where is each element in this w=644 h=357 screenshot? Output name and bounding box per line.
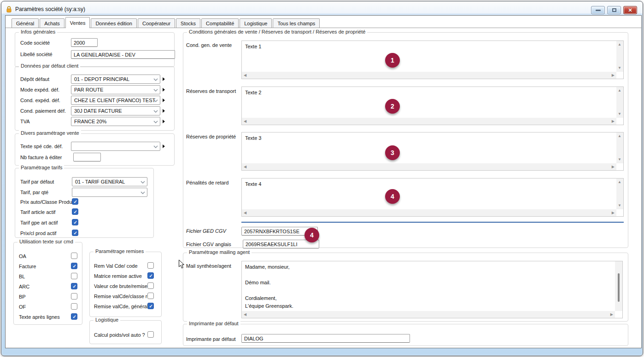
mode-exped-select[interactable]: PAR ROUTE [71, 85, 160, 94]
scroll-down-icon[interactable]: ▼ [618, 112, 621, 116]
prix-cl-prod-checkbox[interactable] [72, 230, 78, 236]
depot-defaut-select[interactable]: 01 - DEPOT PRINCIPAL [71, 75, 160, 84]
matrice-remise-checkbox[interactable] [147, 272, 154, 279]
tva-select[interactable]: FRANCE 20% [71, 117, 160, 126]
tarif-qte-label: Tarif, par qté [20, 190, 48, 195]
fichier-cgv-anglais-label: Fichier CGV anglais [186, 242, 231, 247]
cond-paiement-detail-arrow-icon[interactable] [163, 109, 165, 113]
tarif-gpe-checkbox[interactable] [72, 219, 78, 225]
tab-comptabilite[interactable]: Comptabilité [201, 18, 239, 28]
checkbox-label: Facture [19, 264, 36, 269]
scroll-right-icon[interactable]: ▶ [612, 165, 615, 169]
tab-logistique[interactable]: Logistique [240, 18, 272, 28]
vertical-scrollbar[interactable] [615, 261, 622, 311]
scroll-right-icon[interactable]: ▶ [612, 211, 615, 215]
horizontal-scrollbar[interactable]: ◀ ▶ [242, 72, 616, 79]
tva-detail-arrow-icon[interactable] [163, 120, 165, 123]
texte-spe-select[interactable] [71, 142, 160, 151]
arc-checkbox[interactable] [71, 283, 77, 289]
bp-checkbox[interactable] [71, 293, 77, 299]
scroll-left-icon[interactable]: ◀ [244, 165, 246, 169]
valeur-cde-brute-checkbox[interactable] [147, 282, 154, 289]
tarif-defaut-select[interactable]: 01 - TARIF GENERAL [72, 177, 147, 186]
cond-exped-select[interactable]: CHEZ LE CLIENT (FRANCO) TEST [71, 96, 160, 105]
tab-ventes[interactable]: Ventes [65, 17, 90, 28]
tarif-qte-select[interactable] [72, 188, 147, 197]
depot-defaut-detail-arrow-icon[interactable] [163, 77, 165, 81]
vertical-scrollbar[interactable]: ▲ ▼ [616, 178, 623, 209]
group-title: Utilisation texte sur cmd [18, 239, 75, 244]
tab-general[interactable]: Général [12, 18, 39, 28]
scroll-up-icon[interactable]: ▲ [618, 43, 621, 46]
vertical-scrollbar[interactable]: ▲ ▼ [616, 87, 623, 118]
scroll-down-icon[interactable]: ▼ [618, 66, 621, 70]
penalites-retard-textarea[interactable]: Texte 4 ▲ ▼ ◀ ▶ [241, 178, 624, 217]
scroll-right-icon[interactable]: ▶ [610, 313, 613, 317]
horizontal-scrollbar[interactable]: ◀ ▶ [242, 163, 616, 170]
facture-checkbox[interactable] [71, 263, 77, 269]
depot-defaut-label: Dépôt défaut [20, 76, 49, 82]
libelle-societe-input[interactable]: LA GENELARDAISE - DEV [71, 50, 175, 59]
cond-exped-detail-arrow-icon[interactable] [163, 98, 165, 102]
of-checkbox[interactable] [71, 303, 77, 310]
cond-gen-vente-textarea[interactable]: Texte 1 ▲ ▼ ◀ ▶ [241, 40, 624, 79]
scroll-up-icon[interactable]: ▲ [618, 134, 621, 138]
tva-value: FRANCE 20% [74, 119, 106, 124]
prix-auto-checkbox[interactable] [72, 198, 78, 205]
horizontal-scrollbar[interactable]: ◀ ▶ [242, 118, 616, 125]
tarif-article-checkbox[interactable] [72, 208, 78, 215]
checkbox-label: Remise valCde, général [94, 304, 148, 309]
tab-achats[interactable]: Achats [40, 18, 64, 28]
annotation-badge-3: 3 [385, 145, 400, 160]
rem-val-cde-checkbox[interactable] [147, 262, 154, 269]
tab-donnees-edition[interactable]: Données édition [91, 18, 137, 28]
mode-exped-detail-arrow-icon[interactable] [163, 88, 165, 92]
scroll-down-icon[interactable]: ▼ [618, 204, 621, 207]
oa-checkbox[interactable] [71, 253, 77, 259]
remise-valcde-classe-checkbox[interactable] [147, 293, 154, 299]
scroll-left-icon[interactable]: ◀ [244, 120, 246, 123]
scroll-right-icon[interactable]: ▶ [612, 120, 615, 123]
tab-stocks[interactable]: Stocks [176, 18, 200, 28]
code-societe-input[interactable]: 2000 [71, 38, 98, 47]
vertical-scrollbar[interactable]: ▲ ▼ [616, 41, 623, 72]
scroll-up-icon[interactable]: ▲ [618, 89, 621, 92]
minimize-button[interactable] [591, 6, 605, 14]
scroll-left-icon[interactable]: ◀ [244, 74, 246, 77]
nb-facture-input[interactable] [73, 153, 101, 161]
close-button[interactable]: ✕ [623, 6, 637, 14]
texte-spe-detail-arrow-icon[interactable] [163, 144, 165, 148]
imprimante-defaut-input[interactable]: DIALOG [241, 334, 410, 343]
reserves-transport-textarea[interactable]: Texte 2 ▲ ▼ ◀ ▶ [241, 86, 624, 125]
scroll-left-icon[interactable]: ◀ [244, 211, 246, 215]
reserves-propriete-textarea[interactable]: Texte 3 ▲ ▼ ◀ ▶ [241, 132, 624, 171]
mail-synthese-label: Mail synthèse/agent [186, 263, 231, 269]
vertical-scrollbar[interactable]: ▲ ▼ [616, 132, 623, 163]
mail-synthese-textarea[interactable]: Madame, monsieur, Démo mail. Cordialemen… [241, 261, 623, 318]
fichier-cgv-anglais-value: 2069RSEAEKSULF1LI [246, 242, 298, 247]
tva-label: TVA [20, 119, 30, 124]
calcul-poids-vol-checkbox[interactable] [147, 331, 154, 338]
checkbox-label: Prix/cl prod actif [20, 230, 56, 236]
scroll-up-icon[interactable]: ▲ [618, 180, 621, 184]
checkbox-label: OF [19, 304, 26, 310]
tarif-defaut-label: Tarif par défaut [20, 179, 54, 184]
restore-button[interactable] [607, 6, 621, 14]
chevron-down-icon [153, 145, 158, 148]
remise-valcde-general-checkbox[interactable] [147, 303, 154, 309]
scroll-left-icon[interactable]: ◀ [244, 313, 246, 317]
scrollbar-thumb[interactable] [618, 273, 620, 302]
scroll-down-icon[interactable]: ▼ [618, 158, 621, 161]
scroll-right-icon[interactable]: ▶ [612, 74, 615, 77]
checkbox-label: Valeur cde brute/remise [94, 283, 147, 289]
tab-bar: Général Achats Ventes Données édition Co… [6, 17, 641, 28]
cond-paiement-select[interactable]: 30J DATE FACTURE [71, 106, 160, 115]
tab-cooperateur[interactable]: Coopérateur [138, 18, 175, 28]
bl-checkbox[interactable] [71, 273, 77, 279]
horizontal-scrollbar[interactable]: ◀ ▶ [242, 311, 615, 318]
texte-apres-lignes-checkbox[interactable] [71, 313, 77, 320]
group-title: Données par défaut client [19, 63, 80, 69]
tab-tous-les-champs[interactable]: Tous les champs [273, 18, 320, 28]
horizontal-scrollbar[interactable]: ◀ ▶ [242, 209, 616, 216]
chevron-down-icon [153, 99, 158, 102]
